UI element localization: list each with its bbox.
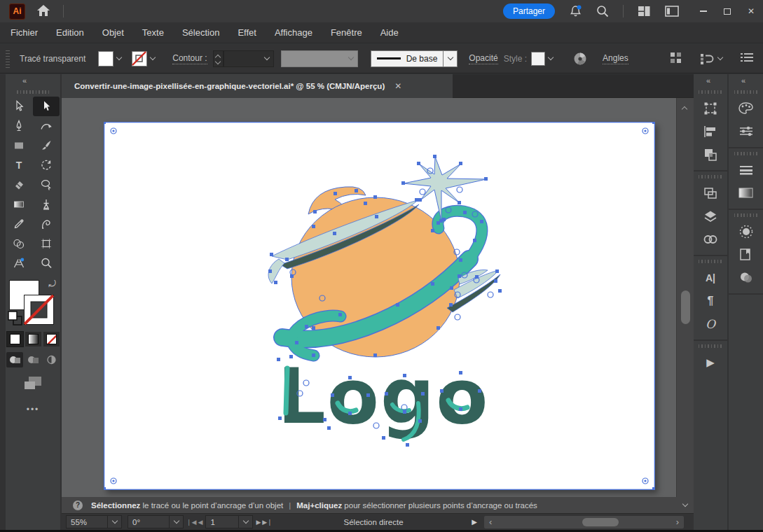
- dock2-collapse-button[interactable]: «: [729, 74, 763, 87]
- appearance-panel-icon[interactable]: [729, 220, 763, 243]
- links-panel-icon[interactable]: [694, 227, 727, 251]
- brush-definition-dropdown[interactable]: [444, 50, 458, 67]
- vertical-scroll-thumb[interactable]: [681, 290, 690, 324]
- transparency-panel-icon[interactable]: [729, 266, 763, 289]
- draw-behind-button[interactable]: [25, 352, 41, 368]
- edit-toolbar-button[interactable]: •••: [6, 405, 60, 414]
- search-icon[interactable]: [596, 5, 609, 18]
- blend-tool-icon[interactable]: [33, 214, 60, 234]
- align-panel-icon[interactable]: [694, 120, 727, 143]
- horizontal-scroll-thumb[interactable]: [582, 518, 619, 526]
- horizontal-scrollbar[interactable]: ‹ ›: [484, 516, 684, 528]
- stroke-weight-label[interactable]: Contour :: [172, 53, 207, 64]
- curvature-tool-icon[interactable]: [33, 116, 60, 136]
- scroll-right-icon[interactable]: ›: [676, 517, 679, 527]
- screen-mode-icon[interactable]: [24, 376, 42, 393]
- paragraph-panel-icon[interactable]: ¶: [694, 289, 727, 312]
- fill-color-dropdown[interactable]: [114, 51, 125, 66]
- character-panel-icon[interactable]: A|: [694, 266, 727, 289]
- align-glyphs-icon[interactable]: [670, 52, 682, 66]
- artboard-number-value[interactable]: 1: [205, 515, 239, 528]
- status-play-icon[interactable]: ▶: [472, 518, 477, 526]
- draw-inside-button[interactable]: [43, 352, 60, 368]
- actions-panel-icon[interactable]: ▶: [694, 351, 727, 374]
- corners-label[interactable]: Angles: [603, 53, 628, 64]
- rotation-value[interactable]: 0°: [128, 515, 170, 528]
- none-button[interactable]: [43, 332, 60, 346]
- app-logo-icon[interactable]: Ai: [9, 4, 25, 20]
- scroll-up-icon[interactable]: [682, 106, 687, 112]
- shaper-tool-icon[interactable]: [33, 175, 60, 195]
- logo-artwork[interactable]: Logo: [104, 122, 655, 490]
- default-fill-stroke-icon[interactable]: [8, 311, 23, 328]
- rotate-tool-icon[interactable]: [33, 155, 60, 175]
- vertical-scrollbar[interactable]: [676, 98, 694, 497]
- notifications-bell-icon[interactable]: [569, 5, 582, 18]
- transform-panel-icon[interactable]: [694, 97, 727, 120]
- stroke-color-dropdown[interactable]: [147, 51, 158, 66]
- draw-normal-button[interactable]: [6, 352, 23, 368]
- gradient-tool-icon[interactable]: [6, 195, 32, 214]
- document-tab[interactable]: Convertir-une-image-pixellisée-en-graphi…: [62, 74, 453, 98]
- style-dropdown[interactable]: [545, 51, 556, 66]
- dock1-collapse-button[interactable]: «: [694, 74, 727, 87]
- panel-menu-icon[interactable]: [741, 52, 753, 64]
- libraries-panel-icon[interactable]: [729, 243, 763, 266]
- minimize-button[interactable]: [692, 0, 715, 22]
- menu-effet[interactable]: Effet: [228, 27, 266, 38]
- brush-definition-combo[interactable]: De base: [371, 50, 444, 67]
- color-button[interactable]: [7, 332, 23, 346]
- rectangle-tool-icon[interactable]: [6, 136, 32, 155]
- menu-fichier[interactable]: Fichier: [1, 27, 47, 38]
- share-button[interactable]: Partager: [503, 4, 555, 19]
- style-swatch[interactable]: [531, 52, 545, 66]
- menu-aide[interactable]: Aide: [371, 27, 408, 38]
- pen-tool-icon[interactable]: [6, 116, 32, 136]
- menu-affichage[interactable]: Affichage: [266, 27, 322, 38]
- menu-objet[interactable]: Objet: [93, 27, 133, 38]
- direct-selection-tool-icon[interactable]: [33, 97, 60, 116]
- opentype-panel-icon[interactable]: O: [694, 312, 727, 335]
- recolor-artwork-icon[interactable]: [573, 52, 587, 66]
- menu-texte[interactable]: Texte: [133, 27, 173, 38]
- panel-layout-icon[interactable]: [665, 6, 679, 17]
- stroke-panel-icon[interactable]: [729, 158, 763, 181]
- stroke-weight-dropdown[interactable]: [224, 50, 274, 67]
- color-guide-panel-icon[interactable]: [729, 120, 763, 143]
- zoom-level-value[interactable]: 55%: [66, 515, 108, 528]
- puppet-warp-tool-icon[interactable]: [33, 195, 60, 214]
- arrange-dropdown-icon[interactable]: [700, 53, 722, 64]
- stroke-color-swatch[interactable]: [132, 51, 147, 66]
- stroke-swatch[interactable]: [24, 295, 54, 325]
- opacity-label[interactable]: Opacité: [469, 53, 497, 64]
- layers-panel-icon[interactable]: [694, 204, 727, 227]
- toolbar-collapse-button[interactable]: «: [6, 74, 60, 87]
- type-tool-icon[interactable]: T: [6, 155, 32, 175]
- zoom-tool-icon[interactable]: [33, 253, 60, 273]
- scroll-down-icon[interactable]: [676, 497, 694, 513]
- artboards-panel-icon[interactable]: [694, 181, 727, 204]
- help-icon[interactable]: ?: [73, 500, 83, 510]
- selection-tool-icon[interactable]: [6, 97, 32, 116]
- eyedropper-tool-icon[interactable]: [6, 214, 32, 234]
- zoom-level-dropdown[interactable]: [108, 515, 122, 528]
- next-artboard-icon[interactable]: ▶: [256, 519, 261, 526]
- close-window-button[interactable]: ✕: [739, 0, 763, 22]
- artboard-number-dropdown[interactable]: [239, 515, 253, 528]
- scroll-left-icon[interactable]: ‹: [489, 517, 492, 527]
- stroke-weight-stepper[interactable]: [213, 50, 224, 67]
- rotation-dropdown[interactable]: [170, 515, 184, 528]
- menu-fenetre[interactable]: Fenêtre: [322, 27, 371, 38]
- last-artboard-icon[interactable]: ▶❘: [262, 519, 272, 526]
- controlbar-grip[interactable]: [6, 50, 10, 68]
- tab-close-icon[interactable]: ✕: [394, 81, 401, 91]
- artboard-tool-icon[interactable]: [33, 234, 60, 253]
- swap-fill-stroke-icon[interactable]: ⤾: [48, 279, 56, 290]
- color-panel-icon[interactable]: [729, 97, 763, 120]
- workspace-switcher-icon[interactable]: [638, 6, 651, 17]
- pathfinder-panel-icon[interactable]: [694, 143, 727, 166]
- fill-color-swatch[interactable]: [98, 51, 114, 66]
- paintbrush-tool-icon[interactable]: [33, 136, 60, 155]
- perspective-grid-tool-icon[interactable]: [6, 253, 32, 273]
- canvas-pasteboard[interactable]: Logo: [62, 98, 676, 497]
